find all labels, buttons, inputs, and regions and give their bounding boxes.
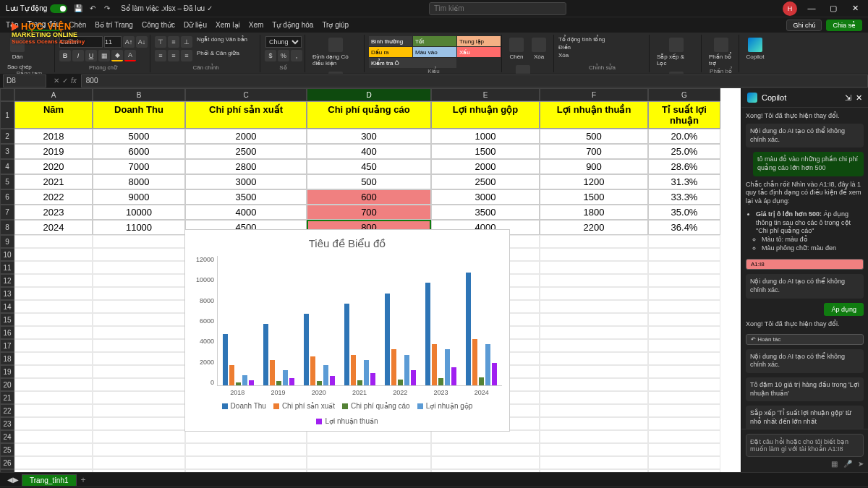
data-cell[interactable]: 2024	[14, 220, 93, 235]
column-header[interactable]: C	[185, 88, 307, 101]
sort-filter-button[interactable]: Sắp xếp & Lọc	[654, 36, 698, 68]
empty-cell[interactable]	[14, 274, 93, 287]
data-cell[interactable]: 500	[307, 174, 431, 189]
empty-cell[interactable]	[540, 248, 648, 261]
row-header[interactable]: 4	[0, 159, 14, 174]
empty-cell[interactable]	[93, 378, 185, 391]
data-cell[interactable]: 2018	[14, 129, 93, 144]
cell-style-bad[interactable]: Xấu	[457, 47, 501, 57]
empty-cell[interactable]	[93, 300, 185, 313]
spreadsheet-grid[interactable]: ABCDEFG1NămDoanh ThuChi phí sản xuấtChi …	[0, 88, 741, 472]
cell-style-normal[interactable]: Bình thường	[369, 36, 412, 46]
copilot-range-chip[interactable]: A1:I8	[746, 259, 864, 270]
empty-cell[interactable]	[648, 443, 720, 456]
data-cell[interactable]: 1500	[540, 189, 648, 205]
empty-cell[interactable]	[648, 391, 720, 404]
empty-cell[interactable]	[14, 300, 93, 313]
conditional-format-button[interactable]: Định dạng Có điều kiện	[310, 36, 361, 68]
copilot-ribbon-button[interactable]: Copilot	[744, 36, 767, 61]
name-box[interactable]	[3, 74, 46, 87]
save-icon[interactable]: 💾	[73, 4, 83, 14]
copilot-expand-icon[interactable]: ⇲	[845, 93, 851, 103]
comments-button[interactable]: Ghi chú	[786, 20, 822, 31]
align-right-icon[interactable]: ≡	[181, 50, 192, 61]
column-header[interactable]: E	[431, 88, 540, 101]
empty-cell[interactable]	[431, 430, 540, 443]
cell-style-output[interactable]: Dấu ra	[369, 47, 412, 57]
empty-cell[interactable]	[431, 456, 540, 469]
empty-cell[interactable]	[14, 417, 93, 430]
empty-cell[interactable]	[14, 378, 93, 391]
data-cell[interactable]: 3000	[431, 189, 540, 205]
row-header[interactable]: 11	[0, 261, 14, 274]
data-cell[interactable]: 600	[307, 189, 431, 205]
italic-icon[interactable]: I	[72, 50, 84, 61]
empty-cell[interactable]	[93, 469, 185, 472]
data-cell[interactable]: 5000	[93, 129, 185, 144]
empty-cell[interactable]	[14, 430, 93, 443]
fill-button[interactable]: Điền	[558, 44, 571, 51]
empty-cell[interactable]	[540, 456, 648, 469]
row-header[interactable]: 14	[0, 300, 14, 313]
empty-cell[interactable]	[648, 274, 720, 287]
border-icon[interactable]: ▦	[98, 50, 110, 61]
add-sheet-icon[interactable]: +	[81, 475, 86, 485]
tab-automate[interactable]: Tự động hóa	[272, 20, 313, 30]
empty-cell[interactable]	[14, 248, 93, 261]
tab-help[interactable]: Trợ giúp	[322, 20, 349, 30]
row-header[interactable]: 12	[0, 274, 14, 287]
format-as-table-button[interactable]: Định dạng như Bảng	[310, 70, 361, 74]
empty-cell[interactable]	[307, 456, 431, 469]
cell-style-neutral[interactable]: Trung lập	[457, 36, 501, 46]
empty-cell[interactable]	[648, 404, 720, 417]
tab-pagelayout[interactable]: Bố trí Trang	[95, 20, 133, 30]
empty-cell[interactable]	[540, 339, 648, 352]
underline-icon[interactable]: U	[85, 50, 97, 61]
data-cell[interactable]: 2200	[540, 220, 648, 235]
align-left-icon[interactable]: ≡	[155, 50, 166, 61]
row-header[interactable]: 6	[0, 189, 14, 205]
align-top-icon[interactable]: ⊤	[155, 36, 166, 48]
empty-cell[interactable]	[185, 469, 307, 472]
empty-cell[interactable]	[540, 365, 648, 378]
row-header[interactable]: 1	[0, 101, 14, 129]
empty-cell[interactable]	[648, 365, 720, 378]
data-cell[interactable]: 25.0%	[648, 144, 720, 159]
data-cell[interactable]: 1500	[431, 144, 540, 159]
empty-cell[interactable]	[93, 339, 185, 352]
data-cell[interactable]: 2022	[14, 189, 93, 205]
empty-cell[interactable]	[93, 443, 185, 456]
column-header[interactable]: B	[93, 88, 185, 101]
comma-icon[interactable]: ,	[291, 50, 302, 61]
cell-style-input[interactable]: Màu vào	[413, 47, 456, 57]
embedded-chart[interactable]: Tiêu đề Biểu đồ 120001000080006000400020…	[184, 229, 510, 432]
copilot-undo-button[interactable]: ↶ Hoàn tác	[746, 334, 864, 345]
tab-view[interactable]: Xem	[249, 20, 264, 30]
column-header[interactable]: F	[540, 88, 648, 101]
empty-cell[interactable]	[540, 235, 648, 248]
empty-cell[interactable]	[540, 274, 648, 287]
data-cell[interactable]: 700	[307, 205, 431, 220]
empty-cell[interactable]	[185, 430, 307, 443]
data-cell[interactable]: 9000	[93, 189, 185, 205]
data-cell[interactable]: 2500	[185, 144, 307, 159]
align-center-icon[interactable]: ≡	[168, 50, 179, 61]
copilot-apply-button[interactable]: Áp dụng	[824, 303, 864, 316]
empty-cell[interactable]	[93, 287, 185, 300]
column-header[interactable]: A	[14, 88, 93, 101]
row-header[interactable]: 26	[0, 456, 14, 469]
row-header[interactable]: 3	[0, 144, 14, 159]
empty-cell[interactable]	[14, 456, 93, 469]
empty-cell[interactable]	[431, 469, 540, 472]
empty-cell[interactable]	[648, 326, 720, 339]
empty-cell[interactable]	[540, 430, 648, 443]
fx-icon[interactable]: fx	[71, 77, 77, 85]
empty-cell[interactable]	[93, 404, 185, 417]
empty-cell[interactable]	[14, 352, 93, 365]
redo-icon[interactable]: ↷	[102, 4, 112, 14]
cell-style-check[interactable]: Kiểm tra Ô	[369, 58, 456, 68]
empty-cell[interactable]	[93, 235, 185, 248]
data-cell[interactable]: 400	[307, 144, 431, 159]
empty-cell[interactable]	[14, 391, 93, 404]
data-cell[interactable]: 6000	[93, 144, 185, 159]
